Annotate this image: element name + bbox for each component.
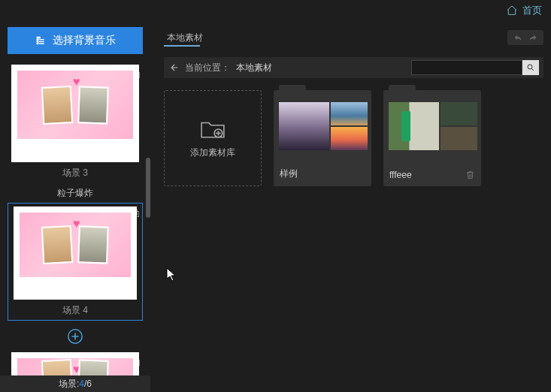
select-bgm-button[interactable]: 选择背景音乐 xyxy=(8,27,143,54)
folder-preview xyxy=(389,102,476,150)
svg-point-7 xyxy=(528,65,532,69)
scene-thumbnail[interactable] xyxy=(11,65,139,162)
home-link[interactable]: 首页 xyxy=(522,4,542,17)
main-panel: 本地素材 当前位置： 本地素材 添加素材库 xyxy=(156,27,551,392)
add-scene-button[interactable] xyxy=(67,328,83,345)
trash-icon[interactable] xyxy=(465,170,475,180)
sidebar-scrollbar[interactable] xyxy=(146,68,150,372)
scene-label: 场景 3 xyxy=(8,167,143,179)
home-icon[interactable] xyxy=(506,5,518,17)
scene-item-selected[interactable]: 场景 4 xyxy=(8,203,143,321)
folder-plus-icon xyxy=(200,118,226,139)
folder-tab-icon xyxy=(389,85,416,94)
asset-folder-fffeee[interactable]: fffeee xyxy=(383,90,481,186)
scene-thumbnail[interactable] xyxy=(14,207,137,300)
asset-folder-sample[interactable]: 样例 xyxy=(274,90,371,186)
folder-preview xyxy=(279,102,366,150)
redo-icon[interactable] xyxy=(527,32,539,43)
search-button[interactable] xyxy=(522,60,539,75)
music-icon xyxy=(35,35,47,47)
tab-local-assets[interactable]: 本地素材 xyxy=(164,30,206,46)
tab-actions xyxy=(507,30,543,45)
folder-name: fffeee xyxy=(389,170,412,180)
search-box xyxy=(411,60,539,75)
scene-label: 场景 4 xyxy=(11,304,139,317)
undo-icon[interactable] xyxy=(512,32,524,43)
sidebar: 选择背景音乐 场景 3 粒子爆炸 场景 4 xyxy=(0,27,150,392)
scene-section-title: 粒子爆炸 xyxy=(57,187,93,200)
add-library-label: 添加素材库 xyxy=(190,146,235,159)
tabbar: 本地素材 xyxy=(156,27,551,48)
topbar: 首页 xyxy=(0,0,551,21)
breadcrumb-row: 当前位置： 本地素材 xyxy=(164,57,543,78)
select-bgm-label: 选择背景音乐 xyxy=(53,34,116,47)
search-input[interactable] xyxy=(411,60,522,75)
search-icon xyxy=(526,63,535,72)
scene-counter: 场景:4/6 xyxy=(0,375,150,392)
back-arrow-icon[interactable] xyxy=(168,62,179,73)
folder-name: 样例 xyxy=(280,167,298,180)
scrollbar-thumb[interactable] xyxy=(146,158,150,218)
breadcrumb-label: 当前位置： xyxy=(185,62,230,74)
scene-list[interactable]: 场景 3 粒子爆炸 场景 4 xyxy=(0,62,150,392)
add-library-card[interactable]: 添加素材库 xyxy=(164,90,262,186)
folder-tab-icon xyxy=(279,85,306,94)
scene-item[interactable]: 场景 3 xyxy=(8,65,143,179)
breadcrumb-value: 本地素材 xyxy=(236,62,272,74)
asset-grid: 添加素材库 样例 fffeee xyxy=(156,78,551,198)
tab-underline xyxy=(164,45,200,47)
